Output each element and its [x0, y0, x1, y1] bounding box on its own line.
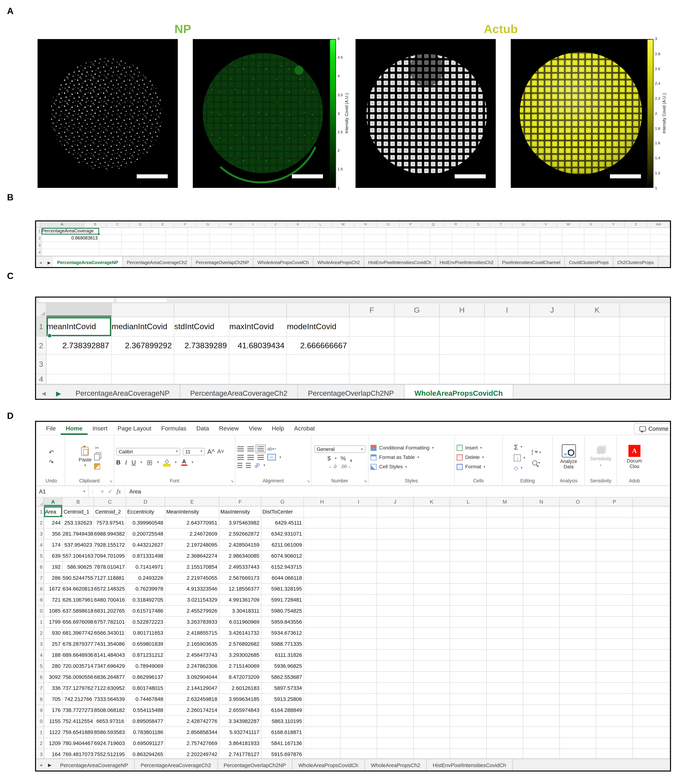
column-header[interactable]: C — [94, 498, 126, 506]
sheet-tab[interactable]: WholeAreaPropsCovidCh — [253, 257, 313, 268]
cell-e1[interactable]: modeIntCovid — [287, 317, 350, 336]
column-header[interactable]: L — [309, 221, 332, 227]
cell[interactable]: 0.74467848 — [126, 694, 165, 704]
cell[interactable]: 0.318492705 — [126, 595, 165, 605]
sheet-tab[interactable]: PercentageAreaCoverageNP — [53, 257, 123, 268]
cell[interactable]: 5863.110195 — [261, 716, 304, 726]
cell[interactable]: 6152.943715 — [261, 562, 304, 572]
merge-center-icon[interactable]: ⇔ — [267, 454, 276, 460]
align-right-icon[interactable] — [257, 455, 264, 460]
column-header[interactable]: G — [261, 498, 304, 506]
cell-a2[interactable]: 2.738392887 — [47, 337, 112, 354]
sheet-tab[interactable]: PercentageAreaCoverageCh2 — [180, 385, 298, 400]
cell[interactable]: 2.757427669 — [165, 738, 219, 748]
sheet-nav-left-icon[interactable]: ◄ — [36, 759, 45, 770]
column-header-b[interactable] — [112, 303, 174, 317]
column-header-a[interactable]: A — [40, 221, 84, 227]
column-header[interactable]: F — [350, 303, 395, 317]
cell[interactable]: 537.954023 — [62, 540, 94, 550]
cell[interactable]: 637.5898618 — [62, 606, 94, 616]
cell[interactable] — [229, 374, 287, 384]
formula-bar-splitter[interactable]: ⋮ — [89, 486, 96, 497]
cell[interactable]: 756.0090556 — [62, 672, 94, 682]
ribbon-tab[interactable]: Insert — [87, 422, 113, 435]
sheet-nav-right-icon[interactable]: ▶ — [45, 257, 53, 268]
ribbon-tab[interactable]: Help — [267, 422, 289, 435]
sensitivity-button[interactable]: Sensitivity — [590, 456, 611, 461]
cell[interactable]: 626.1067961 — [62, 595, 94, 605]
cell[interactable]: 1209 — [44, 738, 62, 748]
sheet-tab[interactable]: CovidClustersProps — [565, 257, 613, 268]
row-header[interactable]: 4 — [36, 650, 44, 661]
column-header[interactable]: B — [62, 498, 94, 506]
cell[interactable]: 678.2879377 — [62, 639, 94, 649]
cell[interactable]: 6988.994382 — [94, 529, 126, 539]
cell[interactable]: 557.1064163 — [62, 551, 94, 561]
column-header[interactable]: O — [377, 221, 399, 227]
cell[interactable]: 4.913323546 — [165, 583, 219, 594]
row-header[interactable]: 9 — [36, 705, 44, 716]
cell[interactable]: Centroid_2 — [94, 506, 126, 517]
column-header[interactable]: D — [126, 498, 165, 506]
name-box[interactable]: A1▾ — [36, 486, 89, 497]
cell[interactable]: 2.144129047 — [165, 683, 219, 694]
cell-d1[interactable]: maxIntCovid — [229, 317, 287, 336]
cell[interactable]: 0.2493226 — [126, 572, 165, 583]
column-header[interactable]: Q — [422, 221, 445, 227]
cell[interactable]: 6653.97316 — [94, 716, 126, 726]
cell[interactable]: 2.576892682 — [219, 639, 261, 649]
row-header[interactable]: 3 — [36, 639, 44, 650]
cell[interactable]: 7552.512195 — [94, 749, 126, 759]
cell[interactable]: 2.741778127 — [219, 749, 261, 759]
cell[interactable]: 6831.202765 — [94, 606, 126, 616]
cell[interactable]: 7122.630952 — [94, 683, 126, 694]
sheet-tab[interactable]: PercentageOverlapCh2NP — [218, 759, 292, 770]
cell[interactable]: 681.3967742 — [62, 628, 94, 638]
decrease-decimal-icon[interactable]: .00→ — [340, 464, 351, 469]
row-header[interactable]: 2 — [36, 235, 41, 242]
cell[interactable] — [47, 374, 112, 384]
increase-font-icon[interactable]: A^ — [207, 448, 215, 455]
cell[interactable]: 3.293002685 — [219, 650, 261, 660]
cell[interactable]: 0.863294265 — [126, 749, 165, 759]
cell[interactable]: 6164.288849 — [261, 705, 304, 715]
analyze-data-icon[interactable] — [562, 445, 576, 457]
cell[interactable]: 752.4112554 — [62, 716, 94, 726]
column-header[interactable]: D — [129, 221, 152, 227]
cell[interactable]: MaxIntensity — [219, 506, 261, 517]
cell[interactable]: 286 — [44, 572, 62, 583]
cell[interactable]: 6480.700416 — [94, 595, 126, 605]
cut-icon[interactable]: ✂ — [95, 445, 99, 451]
cell[interactable]: 6111.31826 — [261, 650, 304, 660]
column-header[interactable]: G — [197, 221, 219, 227]
column-header[interactable]: S — [467, 221, 490, 227]
cell[interactable]: 6572.148325 — [94, 583, 126, 594]
find-select-button[interactable]: ▾ — [532, 460, 540, 465]
sheet-tab[interactable]: PercentageOverlapCh2NP — [192, 257, 253, 268]
cell[interactable]: 0.871231212 — [126, 650, 165, 660]
sheet-tab[interactable]: PercentageAreaCoverageNP — [65, 385, 180, 400]
cell[interactable]: 2.247862306 — [165, 661, 219, 671]
cell[interactable]: 2.197248095 — [165, 540, 219, 550]
formula-input[interactable]: Area — [125, 486, 141, 497]
cancel-icon[interactable]: × — [101, 488, 104, 495]
row-header[interactable]: 7 — [36, 683, 44, 694]
sheet-tab[interactable]: HistEnvPixelIntensitiesCovidCh — [364, 257, 435, 268]
cell-c1[interactable]: stdIntCovid — [174, 317, 229, 336]
cell[interactable]: 188 — [44, 650, 62, 660]
undo-icon[interactable]: ↶ — [49, 449, 54, 455]
row-header[interactable]: 4 — [36, 374, 46, 384]
column-header-e[interactable] — [287, 303, 350, 317]
column-header[interactable]: O — [560, 498, 597, 506]
decrease-font-icon[interactable]: A˅ — [217, 449, 224, 454]
sheet-tab[interactable]: Ch2ClustersProps — [613, 257, 658, 268]
row-header[interactable]: 6 — [36, 562, 44, 572]
cell[interactable]: 3.343982287 — [219, 716, 261, 726]
cell[interactable]: 7094.701095 — [94, 551, 126, 561]
cell[interactable]: 5841.167136 — [261, 738, 304, 748]
column-header[interactable]: F — [219, 498, 261, 506]
ribbon-tab[interactable]: Formulas — [156, 422, 191, 435]
cell[interactable]: 5897.57334 — [261, 683, 304, 694]
select-all-corner[interactable] — [36, 221, 40, 227]
cell[interactable]: 8141.484043 — [94, 650, 126, 660]
